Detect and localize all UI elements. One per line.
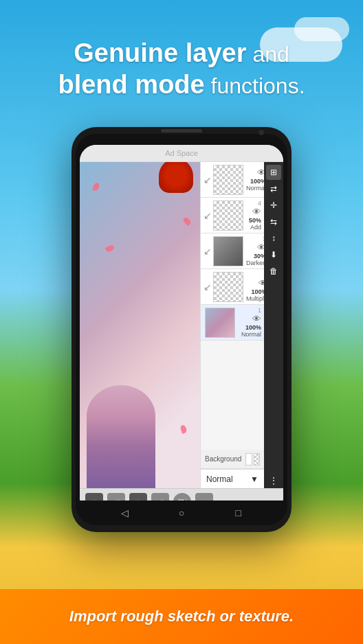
layer-mode-4: Add bbox=[250, 224, 261, 231]
flower-decoration bbox=[159, 162, 193, 193]
toolbar-download-icon[interactable]: ⬇ bbox=[266, 247, 281, 262]
layer-merge-arrow-3: ↙ bbox=[204, 246, 212, 257]
toolbar-flip-icon[interactable]: ⇆ bbox=[266, 214, 281, 229]
anime-character bbox=[87, 385, 155, 488]
app-screen: Ad Space bbox=[80, 145, 283, 514]
layer-eye-top[interactable]: 👁 bbox=[257, 168, 264, 178]
headline-bold-1: Genuine layer bbox=[74, 38, 246, 67]
layer-mode-1: Normal bbox=[241, 331, 261, 338]
layer-info-4: 4 👁 50% Add bbox=[246, 200, 261, 231]
bg-label: Background bbox=[205, 455, 241, 463]
layer-num-1: 1 bbox=[256, 307, 261, 314]
right-toolbar: ⊞ ⇄ ✛ ⇆ ↕ ⬇ 🗑 ⋮ bbox=[264, 162, 283, 488]
blend-mode-bar[interactable]: Normal ▼ bbox=[201, 469, 264, 488]
layer-info-3: 3 👁 30% Darken bbox=[246, 235, 264, 266]
nav-back-button[interactable]: ◁ bbox=[117, 505, 132, 520]
nav-back-icon: ◁ bbox=[121, 507, 129, 518]
orange-banner: Import rough sketch or texture. bbox=[0, 589, 363, 644]
phone-nav-bar: ◁ ○ □ bbox=[76, 501, 287, 525]
layer-item-2[interactable]: ↙ 2 👁 100% Multiply bbox=[201, 269, 264, 305]
layer-opacity-2: 100% bbox=[251, 288, 264, 295]
bg-transparent-swatch[interactable] bbox=[254, 453, 260, 465]
toolbar-checkerboard-icon[interactable]: ⊞ bbox=[266, 165, 281, 180]
petal-2 bbox=[182, 216, 192, 226]
layer-info-top: 👁 100% Normal bbox=[246, 168, 264, 192]
toolbar-transform-icon[interactable]: ↕ bbox=[266, 231, 281, 246]
layer-eye-2[interactable]: 👁 bbox=[258, 278, 264, 288]
layer-thumbnail-1 bbox=[205, 308, 235, 338]
layer-eye-4[interactable]: 👁 bbox=[252, 207, 261, 217]
toolbar-layers-icon[interactable]: ⇄ bbox=[266, 181, 281, 196]
layer-thumbnail-top bbox=[213, 165, 243, 195]
layer-merge-arrow-4: ↙ bbox=[204, 210, 212, 221]
orange-banner-text: Import rough sketch or texture. bbox=[69, 608, 294, 625]
layer-mode-top: Normal bbox=[246, 185, 264, 192]
layer-opacity-top: 100% bbox=[250, 178, 264, 185]
layers-list: ↙ 👁 100% Normal ↙ bbox=[201, 162, 264, 450]
phone-camera bbox=[258, 130, 264, 135]
anime-artwork bbox=[80, 162, 200, 488]
layer-merge-arrow-2: ↙ bbox=[204, 281, 212, 292]
blend-mode-chevron: ▼ bbox=[250, 474, 258, 484]
phone-frame: Ad Space bbox=[72, 127, 292, 532]
headline-rest-1: and bbox=[247, 42, 289, 67]
layer-num-2: 2 bbox=[263, 271, 265, 278]
layer-num-3: 3 bbox=[261, 235, 264, 242]
toolbar-more-icon[interactable]: ⋮ bbox=[266, 473, 281, 488]
petal-3 bbox=[105, 244, 115, 253]
blend-mode-label: Normal bbox=[206, 474, 233, 484]
layer-eye-1[interactable]: 👁 bbox=[252, 314, 261, 324]
nav-recents-button[interactable]: □ bbox=[231, 505, 246, 520]
layer-item-3[interactable]: ↙ 3 👁 30% Darken bbox=[201, 233, 264, 269]
ad-bar: Ad Space bbox=[80, 145, 283, 162]
layer-item-top[interactable]: ↙ 👁 100% Normal bbox=[201, 162, 264, 198]
petal-1 bbox=[92, 182, 100, 192]
canvas-area: ↙ 👁 100% Normal ↙ bbox=[80, 162, 283, 488]
toolbar-delete-icon[interactable]: 🗑 bbox=[266, 264, 281, 279]
background-row: Background bbox=[201, 450, 264, 469]
layer-thumbnail-4 bbox=[213, 200, 243, 231]
bg-white-swatch[interactable] bbox=[245, 453, 252, 465]
ad-bar-label: Ad Space bbox=[165, 149, 198, 157]
artwork-canvas[interactable] bbox=[80, 162, 200, 488]
layer-thumbnail-2 bbox=[213, 272, 243, 302]
layer-opacity-4: 50% bbox=[249, 217, 261, 224]
layer-item-4[interactable]: ↙ 4 👁 50% Add bbox=[201, 198, 264, 233]
layer-info-2: 2 👁 100% Multiply bbox=[246, 271, 264, 302]
headline-bold-2: blend mode bbox=[58, 70, 204, 99]
nav-recents-icon: □ bbox=[235, 507, 241, 518]
layer-num-4: 4 bbox=[256, 200, 261, 207]
headline-rest-2: functions. bbox=[205, 73, 305, 98]
nav-home-icon: ○ bbox=[179, 507, 184, 518]
layer-mode-2: Multiply bbox=[246, 295, 264, 302]
layer-info-1: 1 👁 100% Normal bbox=[238, 307, 261, 338]
layer-opacity-1: 100% bbox=[245, 324, 261, 331]
layer-mode-3: Darken bbox=[246, 260, 264, 266]
headline: Genuine layer and blend mode functions. bbox=[0, 38, 363, 100]
phone-speaker bbox=[161, 129, 202, 133]
petal-4 bbox=[179, 424, 188, 434]
nav-home-button[interactable]: ○ bbox=[174, 505, 189, 520]
layer-merge-arrow-top: ↙ bbox=[204, 174, 212, 185]
phone-inner: Ad Space bbox=[76, 134, 287, 525]
toolbar-move-icon[interactable]: ✛ bbox=[266, 198, 281, 213]
layer-eye-3[interactable]: 👁 bbox=[257, 242, 264, 253]
layer-item-1[interactable]: 1 👁 100% Normal bbox=[201, 305, 264, 341]
layer-panel: ↙ 👁 100% Normal ↙ bbox=[200, 162, 264, 488]
layer-thumbnail-3 bbox=[213, 236, 243, 266]
layer-opacity-3: 30% bbox=[254, 253, 264, 260]
